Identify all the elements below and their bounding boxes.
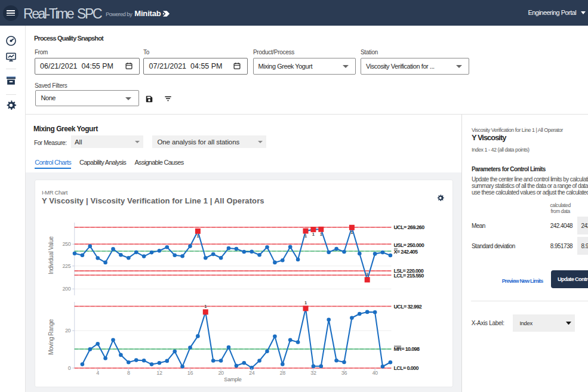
svg-text:1: 1	[204, 304, 207, 309]
svg-text:Sample: Sample	[224, 376, 242, 382]
svg-text:0: 0	[68, 365, 71, 371]
svg-text:16: 16	[187, 370, 193, 376]
svg-text:LCL= 215.550: LCL= 215.550	[394, 273, 424, 279]
svg-text:Individual Value: Individual Value	[48, 236, 54, 274]
svg-text:1: 1	[366, 271, 368, 277]
svg-text:1: 1	[196, 233, 199, 239]
svg-text:Moving Range: Moving Range	[48, 319, 54, 355]
svg-text:1: 1	[304, 300, 307, 305]
svg-text:1: 1	[350, 230, 353, 235]
svg-text:20: 20	[218, 370, 224, 376]
svg-text:12: 12	[156, 370, 162, 376]
svg-text:UCL= 32.992: UCL= 32.992	[394, 304, 422, 310]
svg-text:USL= 250.000: USL= 250.000	[394, 242, 424, 248]
svg-text:24: 24	[249, 370, 255, 376]
svg-text:36: 36	[341, 370, 347, 376]
svg-text:32: 32	[310, 370, 316, 376]
svg-text:40: 40	[372, 370, 378, 376]
svg-text:250: 250	[63, 241, 71, 247]
svg-text:1: 1	[312, 232, 315, 237]
svg-text:4: 4	[96, 370, 99, 376]
svg-text:MR= 10.098: MR= 10.098	[394, 346, 420, 352]
svg-text:X= 242.405: X= 242.405	[394, 249, 418, 255]
svg-text:225: 225	[63, 263, 71, 269]
svg-text:1: 1	[320, 232, 322, 237]
svg-text:1: 1	[304, 233, 307, 239]
svg-text:200: 200	[63, 286, 71, 292]
svg-text:LCL= 0.000: LCL= 0.000	[394, 365, 419, 371]
svg-text:8: 8	[127, 370, 130, 376]
svg-text:20: 20	[65, 328, 71, 334]
svg-text:28: 28	[280, 370, 286, 376]
svg-text:UCL= 269.260: UCL= 269.260	[394, 224, 425, 230]
